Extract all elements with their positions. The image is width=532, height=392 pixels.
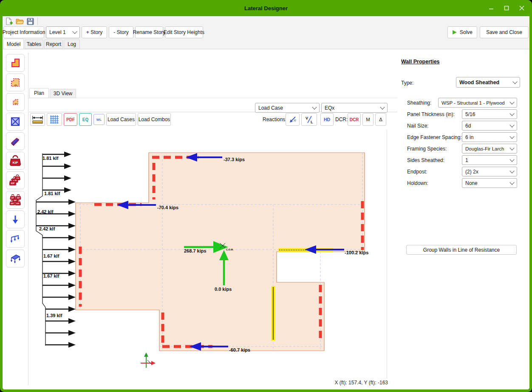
vl-icon: V L bbox=[304, 114, 314, 125]
chevron-down-icon bbox=[72, 29, 77, 34]
window-content: Project Information Level 1 + Story - St… bbox=[3, 16, 529, 389]
diaphragm-opening-icon bbox=[10, 77, 21, 88]
draw-small-opening-button[interactable] bbox=[6, 93, 25, 111]
svg-text:268.7 kips: 268.7 kips bbox=[184, 248, 207, 253]
rename-story-button[interactable]: Rename Story bbox=[135, 26, 163, 38]
tab-3d-view[interactable]: 3D View bbox=[50, 89, 76, 98]
nail-size-select[interactable]: 6d bbox=[462, 121, 517, 131]
holdown-select[interactable]: None bbox=[462, 178, 517, 188]
sides-sheathed-select[interactable]: 1 bbox=[462, 155, 517, 165]
tab-tables[interactable]: Tables bbox=[25, 40, 43, 49]
pdf-icon: PDF bbox=[66, 117, 75, 122]
title-bar[interactable]: Lateral Designer bbox=[0, 0, 532, 16]
wind-loads-button[interactable]: WL bbox=[93, 114, 105, 125]
dimension-icon bbox=[32, 114, 43, 125]
draw-braced-frame-button[interactable] bbox=[6, 113, 25, 131]
selected-load-case-select[interactable]: EQx bbox=[321, 103, 388, 113]
moment-button[interactable]: M bbox=[362, 113, 374, 126]
cursor-coordinates: X (ft): 157.4, Y (ft): -163 bbox=[274, 380, 388, 386]
export-pdf-button[interactable]: PDF bbox=[64, 113, 77, 126]
solve-button[interactable]: Solve bbox=[447, 26, 477, 38]
svg-text:1.39 klf: 1.39 klf bbox=[46, 313, 62, 318]
app-window: Lateral Designer bbox=[0, 0, 532, 392]
svg-text:2.42 klf: 2.42 klf bbox=[39, 226, 55, 231]
story-level-select[interactable]: Level 1 bbox=[46, 26, 80, 38]
remove-story-button[interactable]: - Story bbox=[109, 26, 133, 38]
chevron-down-icon bbox=[509, 134, 514, 139]
svg-text:-70.4 kips: -70.4 kips bbox=[157, 205, 178, 210]
maximize-icon[interactable] bbox=[502, 4, 511, 12]
open-file-button[interactable] bbox=[15, 17, 24, 26]
com-label: C.O.M. bbox=[226, 248, 234, 251]
dimensions-button[interactable] bbox=[30, 113, 45, 126]
shear-per-length-button[interactable]: V L bbox=[301, 113, 317, 126]
tab-report[interactable]: Report bbox=[44, 40, 63, 49]
sheathing-select[interactable]: WSP - Structural 1 - Plywood bbox=[438, 98, 517, 108]
svg-text:1.81 klf: 1.81 klf bbox=[42, 156, 59, 161]
holdown-label: Holdown: bbox=[407, 180, 428, 186]
plan-canvas[interactable]: 1.81 klf 1.81 klf 2.42 klf 2.42 klf 1.67… bbox=[32, 130, 387, 378]
tab-plan[interactable]: Plan bbox=[29, 88, 49, 98]
chevron-down-icon bbox=[509, 122, 514, 127]
edit-story-heights-button[interactable]: Edit Story Heights bbox=[165, 26, 203, 38]
endpost-select[interactable]: (2) 2x bbox=[462, 167, 517, 176]
load-combos-button[interactable]: Load Combos bbox=[138, 113, 171, 126]
draw-wall-button[interactable] bbox=[6, 132, 25, 150]
axis-triad-icon bbox=[141, 352, 156, 368]
chevron-down-icon bbox=[380, 105, 385, 109]
save-button[interactable] bbox=[25, 17, 35, 26]
chevron-down-icon bbox=[509, 157, 514, 162]
dcr-button[interactable]: DCR bbox=[348, 113, 361, 126]
endpost-label: Endpost: bbox=[407, 169, 427, 175]
view-tab-line bbox=[29, 98, 397, 98]
wall-type-select[interactable]: Wood Sheathed bbox=[456, 77, 520, 88]
edge-fastener-spacing-label: Edge Fastener Spacing: bbox=[407, 134, 462, 140]
braced-frame-icon bbox=[10, 116, 21, 127]
area-mass-icon bbox=[9, 194, 21, 206]
area-mass-button[interactable] bbox=[6, 191, 25, 209]
wind-load-arrows bbox=[36, 152, 76, 348]
draw-opening-button[interactable] bbox=[6, 74, 25, 91]
area-load-button[interactable] bbox=[6, 250, 25, 267]
grid-icon bbox=[49, 114, 59, 125]
reaction-forces-button[interactable]: R bbox=[286, 113, 300, 126]
deflection-button[interactable]: Δ bbox=[375, 113, 386, 126]
tab-model[interactable]: Model bbox=[3, 39, 24, 49]
line-mass-button[interactable] bbox=[6, 171, 25, 189]
grid-button[interactable] bbox=[47, 113, 62, 126]
svg-text:-100.2 kips: -100.2 kips bbox=[345, 250, 368, 255]
svg-text:-60.7 kips: -60.7 kips bbox=[229, 347, 250, 352]
line-mass-icon bbox=[9, 174, 21, 186]
tab-log[interactable]: Log bbox=[64, 40, 80, 49]
chevron-down-icon bbox=[509, 180, 514, 185]
load-case-select[interactable]: Load Case bbox=[255, 103, 320, 113]
edge-fastener-spacing-select[interactable]: 6 in bbox=[462, 132, 517, 142]
seismic-loads-button[interactable]: EQ bbox=[79, 113, 92, 126]
load-cases-button[interactable]: Load Cases bbox=[106, 113, 136, 126]
add-story-button[interactable]: + Story bbox=[82, 26, 107, 38]
chevron-down-icon bbox=[509, 99, 514, 104]
svg-text:V: V bbox=[306, 116, 308, 120]
line-load-button[interactable] bbox=[6, 230, 25, 248]
point-mass-button[interactable] bbox=[6, 152, 25, 170]
minimize-icon[interactable] bbox=[487, 4, 495, 12]
framing-species-label: Framing Species: bbox=[407, 146, 447, 152]
new-file-button[interactable] bbox=[4, 17, 14, 26]
area-load-icon bbox=[10, 253, 21, 264]
draw-diaphragm-button[interactable] bbox=[6, 54, 25, 72]
wall-properties-title: Wall Properties bbox=[401, 59, 440, 65]
point-load-icon bbox=[10, 214, 21, 225]
close-icon[interactable] bbox=[518, 4, 526, 12]
sidebar-separator bbox=[28, 53, 28, 385]
svg-text:1.81 klf: 1.81 klf bbox=[44, 191, 60, 196]
project-information-button[interactable]: Project Information bbox=[3, 26, 44, 38]
point-load-button[interactable] bbox=[6, 210, 25, 228]
chevron-down-icon bbox=[509, 168, 514, 173]
wind-load-labels: 1.81 klf 1.81 klf 2.42 klf 2.42 klf 1.67… bbox=[37, 156, 62, 318]
holdown-forces-button[interactable]: HD bbox=[320, 113, 334, 126]
svg-text:L: L bbox=[311, 120, 313, 124]
framing-species-select[interactable]: Douglas-Fir Larch bbox=[462, 144, 517, 153]
panel-thickness-select[interactable]: 5/16 bbox=[462, 109, 517, 119]
group-walls-button[interactable]: Group Walls in Line of Resistance bbox=[406, 245, 517, 255]
save-and-close-button[interactable]: Save and Close bbox=[480, 26, 529, 38]
